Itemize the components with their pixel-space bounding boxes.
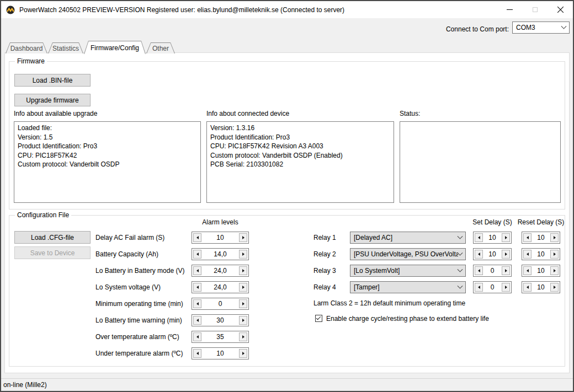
info-line: Product Identification: Pro3 xyxy=(18,142,197,151)
spin-right-button[interactable] xyxy=(502,283,510,292)
save-to-device-button[interactable]: Save to Device xyxy=(14,246,91,259)
tab-statistics[interactable]: Statistics xyxy=(48,42,83,53)
spin-right-button[interactable] xyxy=(239,266,247,275)
spin-left-button[interactable] xyxy=(475,266,483,275)
spinner-value[interactable]: 24,0 xyxy=(201,283,239,291)
spinner-value[interactable]: 10 xyxy=(532,250,550,258)
status-box[interactable] xyxy=(400,121,561,203)
relay4-function-select[interactable]: [Tamper] xyxy=(350,281,466,293)
spin-left-button[interactable] xyxy=(193,349,201,358)
spin-left-button[interactable] xyxy=(193,266,201,275)
spin-left-button[interactable] xyxy=(193,316,201,325)
info-line: Custom protocol: Vanderbilt OSDP xyxy=(18,160,197,169)
set-delay-spinner[interactable]: 0 xyxy=(473,265,512,277)
spin-right-button[interactable] xyxy=(239,283,247,292)
spin-left-button[interactable] xyxy=(193,250,201,259)
spin-left-button[interactable] xyxy=(193,299,201,308)
relay2-function-select[interactable]: [PSU UnderVoltage, PSU OverVolta xyxy=(350,248,466,260)
right-arrow-icon xyxy=(505,253,507,256)
status-bar: on-line (Mille2) xyxy=(1,378,573,391)
info-line: Custom protocol: Vanderbilt OSDP (Enable… xyxy=(210,151,390,160)
alarm-spinner[interactable]: 10 xyxy=(192,347,249,359)
spinner-value[interactable]: 0 xyxy=(483,283,502,291)
window-title: PowerWatch 240502 PREVIEW-VERSION Regist… xyxy=(19,6,344,14)
spin-right-button[interactable] xyxy=(502,250,510,259)
spin-left-button[interactable] xyxy=(475,233,483,242)
right-arrow-icon xyxy=(505,269,507,272)
alarm-spinner[interactable]: 0 xyxy=(192,298,249,310)
spinner-value[interactable]: 35 xyxy=(201,333,239,341)
minimize-button[interactable] xyxy=(497,1,522,18)
spin-left-button[interactable] xyxy=(523,266,532,275)
alarm-spinner[interactable]: 24,0 xyxy=(192,265,249,277)
alarm-spinner[interactable]: 24,0 xyxy=(192,281,249,293)
spin-left-button[interactable] xyxy=(193,233,201,242)
spinner-value[interactable]: 10 xyxy=(532,267,550,275)
charge-cycle-checkbox[interactable] xyxy=(315,315,322,322)
spin-left-button[interactable] xyxy=(475,250,483,259)
spin-left-button[interactable] xyxy=(523,283,532,292)
spinner-value[interactable]: 10 xyxy=(532,283,550,291)
spin-left-button[interactable] xyxy=(193,332,201,341)
spin-left-button[interactable] xyxy=(475,283,483,292)
spin-right-button[interactable] xyxy=(239,316,247,325)
tab-firmware-config[interactable]: Firmware/Config xyxy=(84,41,146,54)
set-delay-spinner[interactable]: 0 xyxy=(473,281,512,293)
close-button[interactable] xyxy=(548,1,573,18)
spinner-value[interactable]: 0 xyxy=(483,267,502,275)
spinner-value[interactable]: 10 xyxy=(483,234,502,241)
spin-right-button[interactable] xyxy=(502,233,510,242)
spin-right-button[interactable] xyxy=(239,349,247,358)
tab-other[interactable]: Other xyxy=(146,42,175,53)
alarm-spinner[interactable]: 30 xyxy=(192,314,249,326)
spin-left-button[interactable] xyxy=(523,233,532,242)
reset-delay-spinner[interactable]: 10 xyxy=(522,281,560,293)
spin-left-button[interactable] xyxy=(523,250,532,259)
set-delay-spinner[interactable]: 10 xyxy=(473,232,512,244)
spin-right-button[interactable] xyxy=(550,250,559,259)
spinner-value[interactable]: 10 xyxy=(201,350,239,357)
com-port-select[interactable]: COM3 xyxy=(512,22,570,34)
spin-right-button[interactable] xyxy=(239,332,247,341)
spinner-value[interactable]: 10 xyxy=(201,234,239,241)
load-bin-file-button[interactable]: Load .BIN-file xyxy=(14,74,91,87)
spinner-value[interactable]: 24,0 xyxy=(201,267,239,275)
load-cfg-file-button[interactable]: Load .CFG-file xyxy=(14,231,91,244)
alarm-spinner[interactable]: 14,0 xyxy=(192,248,249,260)
spin-right-button[interactable] xyxy=(550,283,559,292)
spinner-value[interactable]: 0 xyxy=(201,300,239,308)
alarm-spinner[interactable]: 35 xyxy=(192,331,249,343)
available-upgrade-info-box[interactable]: Loaded file: Version: 1.5 Product Identi… xyxy=(14,121,201,203)
upgrade-firmware-button[interactable]: Upgrade firmware xyxy=(14,94,91,106)
connected-device-info-box[interactable]: Version: 1.3.16 Product Identification: … xyxy=(206,121,394,203)
spin-right-button[interactable] xyxy=(550,266,559,275)
checkmark-icon xyxy=(316,315,321,320)
reset-delay-spinner[interactable]: 10 xyxy=(522,248,560,260)
alarm-spinner[interactable]: 10 xyxy=(192,232,249,244)
reset-delay-spinner[interactable]: 10 xyxy=(522,232,560,244)
app-window: PowerWatch 240502 PREVIEW-VERSION Regist… xyxy=(0,0,574,392)
spin-right-button[interactable] xyxy=(502,266,510,275)
spinner-value[interactable]: 10 xyxy=(532,234,550,241)
spin-left-button[interactable] xyxy=(193,283,201,292)
spin-right-button[interactable] xyxy=(239,299,247,308)
info-line: Version: 1.5 xyxy=(18,133,197,142)
tab-dashboard[interactable]: Dashboard xyxy=(6,42,47,53)
spin-right-button[interactable] xyxy=(239,250,247,259)
spinner-value[interactable]: 30 xyxy=(201,316,239,324)
relay-label: Relay 3 xyxy=(313,267,336,275)
spin-right-button[interactable] xyxy=(550,233,559,242)
spinner-value[interactable]: 14,0 xyxy=(201,250,239,258)
set-delay-spinner[interactable]: 10 xyxy=(473,248,512,260)
reset-delay-spinner[interactable]: 10 xyxy=(522,265,560,277)
relay1-function-select[interactable]: [Delayed AC] xyxy=(350,232,466,244)
right-arrow-icon xyxy=(242,236,245,239)
alarm-levels-header: Alarm levels xyxy=(192,218,249,226)
right-arrow-icon xyxy=(554,269,556,272)
spin-right-button[interactable] xyxy=(239,233,247,242)
chevron-down-icon xyxy=(561,23,567,29)
relay-function-value: [PSU UnderVoltage, PSU OverVolta xyxy=(354,250,458,258)
maximize-button[interactable] xyxy=(522,1,548,18)
spinner-value[interactable]: 10 xyxy=(483,250,502,258)
relay3-function-select[interactable]: [Lo SystemVolt] xyxy=(350,265,466,277)
